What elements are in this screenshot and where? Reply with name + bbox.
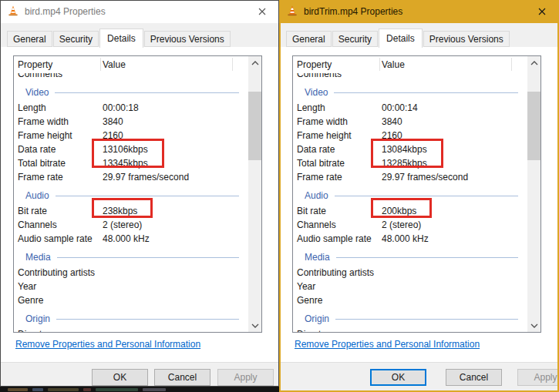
list-header[interactable]: Property Value (14, 56, 261, 73)
section-rule (57, 257, 239, 258)
close-icon[interactable] (244, 0, 279, 23)
titlebar[interactable]: bird.mp4 Properties (0, 0, 279, 23)
background-blob (8, 388, 28, 391)
properties-window-birdtrim: birdTrim.mp4 Properties General Security… (279, 0, 559, 392)
cancel-button[interactable]: Cancel (446, 369, 502, 386)
scroll-down-icon[interactable] (248, 319, 261, 332)
background-blob (32, 388, 43, 391)
tab-security[interactable]: Security (53, 31, 99, 47)
column-header-value[interactable]: Value (103, 59, 126, 70)
section-header-origin: Origin (293, 310, 527, 327)
background-blob (83, 388, 91, 391)
window-title: bird.mp4 Properties (25, 6, 106, 17)
column-separator[interactable] (100, 58, 101, 71)
section-rule (336, 257, 518, 258)
section-rule (335, 196, 518, 196)
background-blob (96, 388, 138, 391)
section-header-origin: Origin (14, 310, 248, 327)
property-row[interactable]: Length00:00:18 (14, 101, 248, 115)
section-header-media: Media (293, 249, 527, 266)
desktop: bird.mp4 Properties General Security Det… (0, 0, 559, 392)
vlc-cone-icon (286, 5, 298, 19)
property-row[interactable]: Channels2 (stereo) (14, 218, 248, 232)
property-row[interactable]: Frame width3840 (14, 115, 248, 129)
tab-general[interactable]: General (7, 31, 52, 47)
tab-general[interactable]: General (286, 31, 332, 47)
property-row[interactable]: Frame rate29.97 frames/second (14, 170, 248, 184)
scrollbar-thumb[interactable] (527, 92, 540, 160)
property-row[interactable]: Year (14, 280, 248, 293)
scrollbar-thumb[interactable] (248, 92, 261, 160)
background-blob (48, 388, 79, 391)
apply-button[interactable]: Apply (217, 369, 274, 386)
property-row[interactable]: Year (293, 280, 527, 293)
column-separator[interactable] (379, 58, 380, 71)
property-row[interactable]: Frame width3840 (293, 115, 527, 129)
column-separator[interactable] (232, 58, 233, 71)
property-row[interactable]: Channels2 (stereo) (293, 218, 527, 232)
tab-details[interactable]: Details (379, 28, 423, 48)
section-rule (335, 319, 518, 320)
highlight-box-video-bitrate (371, 139, 443, 168)
highlight-box-audio-bitrate (371, 198, 432, 218)
property-row[interactable]: Genre (293, 293, 527, 307)
vertical-scrollbar[interactable] (248, 56, 261, 332)
highlight-box-audio-bitrate (92, 198, 153, 218)
clipped-row-comments[interactable]: Comments (14, 73, 248, 81)
section-rule (55, 92, 239, 93)
scroll-up-icon[interactable] (527, 56, 540, 69)
scroll-up-icon[interactable] (248, 56, 261, 69)
property-row[interactable]: Audio sample rate48.000 kHz (293, 232, 527, 246)
property-row[interactable]: Contributing artists (14, 266, 248, 280)
properties-window-bird: bird.mp4 Properties General Security Det… (0, 0, 279, 387)
cancel-button[interactable]: Cancel (154, 369, 210, 386)
column-separator[interactable] (511, 58, 512, 71)
column-header-value[interactable]: Value (382, 59, 405, 70)
remove-properties-link[interactable]: Remove Properties and Personal Informati… (295, 339, 480, 350)
column-header-property[interactable]: Property (293, 59, 382, 70)
property-row[interactable]: Frame rate29.97 frames/second (293, 170, 527, 184)
section-header-video: Video (293, 84, 527, 101)
apply-button[interactable]: Apply (517, 369, 559, 386)
scrollbar-track[interactable] (248, 69, 261, 319)
scrollbar-track[interactable] (527, 69, 540, 319)
ok-button[interactable]: OK (92, 369, 148, 386)
clipped-row-comments[interactable]: Comments (293, 73, 527, 81)
highlight-box-video-bitrate (92, 139, 164, 168)
background-window-sliver (0, 387, 279, 392)
remove-properties-link[interactable]: Remove Properties and Personal Informati… (15, 339, 200, 350)
tab-details[interactable]: Details (99, 28, 143, 48)
property-row[interactable]: Genre (14, 293, 248, 307)
close-icon[interactable] (524, 0, 559, 23)
scroll-down-icon[interactable] (527, 319, 540, 332)
tab-bar: General Security Details Previous Versio… (0, 23, 279, 47)
tab-previous-versions[interactable]: Previous Versions (423, 31, 510, 47)
titlebar[interactable]: birdTrim.mp4 Properties (279, 0, 559, 23)
section-rule (334, 92, 518, 93)
property-row[interactable]: Contributing artists (293, 266, 527, 280)
vertical-scrollbar[interactable] (527, 56, 540, 332)
details-property-list: Property Value Comments Video Length00:0… (13, 55, 262, 333)
background-blob (143, 388, 166, 391)
tab-previous-versions[interactable]: Previous Versions (144, 31, 231, 47)
column-header-property[interactable]: Property (14, 59, 103, 70)
section-rule (56, 196, 239, 196)
section-header-video: Video (14, 84, 248, 101)
clipped-row-directors[interactable]: Directors (293, 327, 527, 332)
section-rule (56, 319, 239, 320)
section-header-media: Media (14, 249, 248, 266)
property-row[interactable]: Audio sample rate48.000 kHz (14, 232, 248, 246)
ok-button[interactable]: OK (370, 369, 426, 386)
property-row[interactable]: Length00:00:14 (293, 101, 527, 115)
window-title: birdTrim.mp4 Properties (304, 6, 402, 17)
details-property-list: Property Value Comments Video Length00:0… (292, 55, 541, 333)
list-header[interactable]: Property Value (293, 56, 540, 73)
clipped-row-directors[interactable]: Directors (14, 327, 248, 332)
vlc-cone-icon (7, 5, 19, 19)
tab-security[interactable]: Security (332, 31, 378, 47)
tab-bar: General Security Details Previous Versio… (279, 23, 559, 47)
